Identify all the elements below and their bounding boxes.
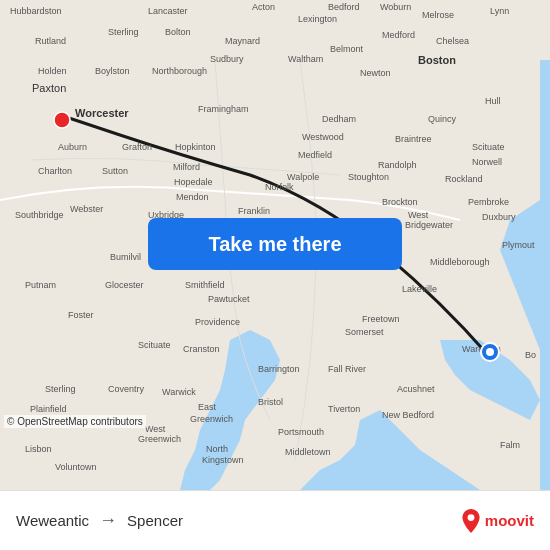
map-label: Framingham [198,104,249,114]
map-label: Sterling [108,27,139,37]
destination-pin-inner [486,348,494,356]
map-label-lexington: Lexington [298,14,337,24]
map-label: Sutton [102,166,128,176]
map-label: Somerset [345,327,384,337]
map-label: West [408,210,429,220]
map-label: Acton [252,2,275,12]
map-label: Randolph [378,160,417,170]
take-me-there-button[interactable]: Take me there [148,218,402,270]
map-label: Plainfield [30,404,67,414]
moovit-pin-icon [461,509,481,533]
map-label: New Bedford [382,410,434,420]
map-label-boston: Boston [418,54,456,66]
map-label: Bolton [165,27,191,37]
map-label: Greenwich [190,414,233,424]
map-label: Charlton [38,166,72,176]
map-label: Pawtucket [208,294,250,304]
origin-label: Weweantic [16,512,89,529]
map-label: Belmont [330,44,364,54]
moovit-text-label: moovit [485,512,534,529]
map-label: Melrose [422,10,454,20]
button-label: Take me there [208,233,341,256]
map-label: Bumilvil [110,252,141,262]
map-label: Bo [525,350,536,360]
map-label: Sudbury [210,54,244,64]
map-label: Mendon [176,192,209,202]
map-label: Plymout [502,240,535,250]
map-label: Chelsea [436,36,469,46]
map-label: Duxbury [482,212,516,222]
map-label: Providence [195,317,240,327]
map-label: Scituate [138,340,171,350]
map-label: Falm [500,440,520,450]
map-label: Glocester [105,280,144,290]
map-label: Warwick [162,387,196,397]
map-label: Lisbon [25,444,52,454]
route-info: Weweantic → Spencer [16,510,183,531]
map-label-worcester: Worcester [75,107,129,119]
map-attribution: © OpenStreetMap contributors [4,415,146,428]
map-label: West [145,424,166,434]
map-label: Holden [38,66,67,76]
map-label: Bridgewater [405,220,453,230]
map-label: Southbridge [15,210,64,220]
map-label: Hopedale [174,177,213,187]
map-label: Walpole [287,172,319,182]
map-label: Freetown [362,314,400,324]
map-label: Milford [173,162,200,172]
map-label: Stoughton [348,172,389,182]
footer: Weweantic → Spencer moovit [0,490,550,550]
map-label: Boylston [95,66,130,76]
spencer-pin [54,112,70,128]
map-label: Woburn [380,2,411,12]
map-label: Kingstown [202,455,244,465]
map-label: Maynard [225,36,260,46]
map-label: Pembroke [468,197,509,207]
map-label: Putnam [25,280,56,290]
destination-label: Spencer [127,512,183,529]
map-label: Westwood [302,132,344,142]
map-label: Rutland [35,36,66,46]
map-container: Hubbardston Lancaster Acton Bedford Wobu… [0,0,550,490]
map-label: Foster [68,310,94,320]
map-label: North [206,444,228,454]
map-label: Voluntown [55,462,97,472]
map-label: Auburn [58,142,87,152]
map-label: Webster [70,204,103,214]
map-label: Waltham [288,54,323,64]
map-label: Quincy [428,114,457,124]
map-label: Lynn [490,6,509,16]
map-label: Bristol [258,397,283,407]
map-label: Coventry [108,384,145,394]
map-label-paxton: Paxton [32,82,66,94]
map-label: Bedford [328,2,360,12]
map-label: Greenwich [138,434,181,444]
map-label: Cranston [183,344,220,354]
map-label: Braintree [395,134,432,144]
map-label: Middleborough [430,257,490,267]
map-label: Medfield [298,150,332,160]
map-label: East [198,402,217,412]
svg-point-1 [467,514,474,521]
map-label: Portsmouth [278,427,324,437]
map-label: Acushnet [397,384,435,394]
map-label: Medford [382,30,415,40]
map-label: Fall River [328,364,366,374]
map-label: Northborough [152,66,207,76]
map-label: Lakeville [402,284,437,294]
map-label: Hull [485,96,501,106]
map-label: Norfolk [265,182,294,192]
map-label: Barrington [258,364,300,374]
moovit-logo: moovit [461,509,534,533]
arrow-icon: → [99,510,117,531]
map-label: Lancaster [148,6,188,16]
map-label: Grafton [122,142,152,152]
map-label: Hubbardston [10,6,62,16]
map-label: Smithfield [185,280,225,290]
map-label: Newton [360,68,391,78]
map-label: Brockton [382,197,418,207]
map-label: Hopkinton [175,142,216,152]
map-label: Scituate [472,142,505,152]
map-label: Franklin [238,206,270,216]
map-label: Norwell [472,157,502,167]
